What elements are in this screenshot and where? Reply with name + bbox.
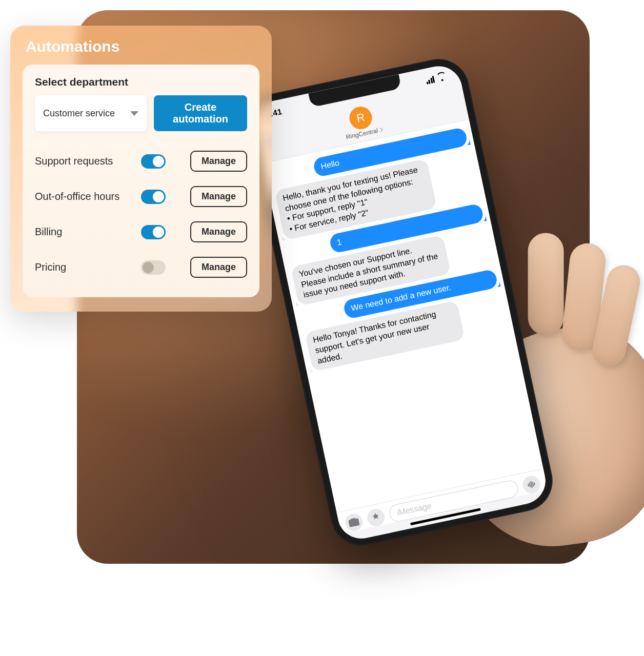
automation-label: Billing [35,226,141,238]
automations-card: Automations Select department Customer s… [10,26,272,312]
status-indicators [425,73,447,85]
select-department-label: Select department [35,76,247,88]
card-title: Automations [26,38,259,55]
wifi-icon [436,73,447,82]
toggle-billing[interactable] [141,225,166,239]
signal-icon [425,76,435,85]
automations-panel: Select department Customer service Creat… [23,65,259,297]
camera-icon[interactable] [344,512,364,532]
automation-label: Pricing [35,261,141,273]
voice-icon[interactable] [521,474,541,495]
manage-button[interactable]: Manage [190,257,247,278]
chevron-down-icon [130,111,138,116]
automation-row-pricing: Pricing Manage [35,250,247,285]
toggle-ooo[interactable] [141,190,166,204]
toggle-support[interactable] [141,154,166,169]
toggle-pricing[interactable] [141,260,166,275]
create-automation-button[interactable]: Create automation [154,95,247,131]
chevron-right-icon [378,128,383,132]
avatar: R [347,105,374,131]
app-store-icon[interactable] [366,507,386,528]
manage-button[interactable]: Manage [190,221,247,242]
automation-row-ooo: Out-of-office hours Manage [35,179,247,214]
dropdown-value: Customer service [43,108,115,119]
automation-row-support: Support requests Manage [35,144,247,179]
svg-rect-0 [528,484,529,487]
svg-rect-4 [534,482,535,485]
header-spacer [450,101,457,103]
manage-button[interactable]: Manage [190,186,247,207]
manage-button[interactable]: Manage [190,151,247,172]
automation-row-billing: Billing Manage [35,214,247,250]
department-dropdown[interactable]: Customer service [35,95,147,131]
automation-label: Out-of-office hours [35,191,141,202]
automation-label: Support requests [35,155,141,167]
